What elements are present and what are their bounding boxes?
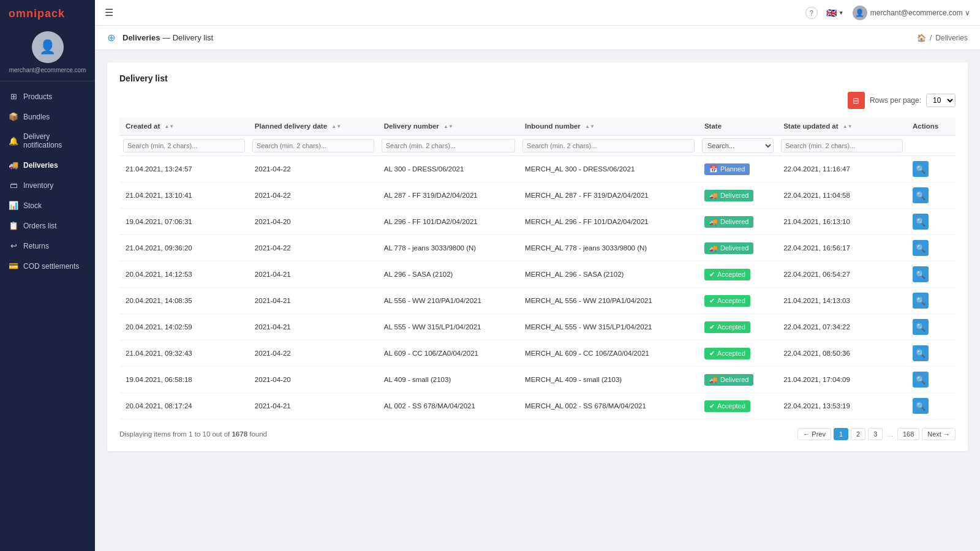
cell-state-updated-at: 22.04.2021, 08:50:36 [777, 340, 907, 367]
sort-arrows-planned-date[interactable]: ▲▼ [331, 124, 341, 129]
cell-created-at: 21.04.2021, 13:10:41 [119, 182, 249, 209]
filter-bar: ⊟ Rows per page: 10 25 50 [119, 92, 956, 109]
search-actions-cell [907, 135, 956, 156]
search-inbound-number-cell [519, 135, 698, 156]
pagination-bar: Displaying items from 1 to 10 out of 167… [119, 419, 956, 440]
cell-state: ✔ Accepted [698, 314, 777, 340]
search-delivery-number-cell [378, 135, 519, 156]
sidebar-item-label-deliveries: Deliveries [23, 161, 58, 170]
cell-delivery-number: AL 409 - small (2103) [378, 367, 519, 393]
sidebar-item-delivery-notifications[interactable]: 🔔 Delivery notifications [0, 127, 95, 155]
search-planned-date-cell [249, 135, 378, 156]
breadcrumb: 🏠 / Deliveries [917, 34, 968, 42]
user-email-label: merchant@ecommerce.com ∨ [870, 9, 970, 17]
cell-created-at: 20.04.2021, 14:08:35 [119, 288, 249, 314]
search-state-select[interactable]: Search... Planned Delivered Accepted [702, 138, 774, 153]
search-state-updated[interactable] [781, 139, 903, 152]
table-search-row: Search... Planned Delivered Accepted [119, 135, 956, 156]
view-button[interactable]: 🔍 [913, 240, 929, 256]
view-button[interactable]: 🔍 [913, 319, 929, 335]
view-button[interactable]: 🔍 [913, 187, 929, 203]
view-button[interactable]: 🔍 [913, 398, 929, 414]
state-icon: 🚚 [709, 192, 718, 200]
state-badge: 🚚 Delivered [704, 374, 753, 386]
sidebar-item-stock[interactable]: 📊 Stock [0, 195, 95, 216]
cell-actions: 🔍 [907, 182, 956, 209]
view-button[interactable]: 🔍 [913, 372, 929, 388]
cell-state-updated-at: 21.04.2021, 14:13:03 [777, 288, 907, 314]
col-actions: Actions [907, 118, 956, 135]
prev-page-button[interactable]: ← Prev [797, 428, 831, 440]
sidebar-item-deliveries[interactable]: 🚚 Deliveries [0, 155, 95, 175]
sort-arrows-created-at[interactable]: ▲▼ [164, 124, 174, 129]
cell-inbound-number: MERCH_AL 296 - SASA (2102) [519, 261, 698, 288]
hamburger-icon[interactable]: ☰ [105, 7, 113, 18]
cell-delivery-number: AL 002 - SS 678/MA/04/2021 [378, 393, 519, 419]
sidebar-item-label-products: Products [23, 92, 52, 101]
user-avatar-small: 👤 [853, 6, 867, 20]
table-row: 20.04.2021, 14:08:35 2021-04-21 AL 556 -… [119, 288, 956, 314]
sidebar-item-inventory[interactable]: 🗃 Inventory [0, 175, 95, 195]
search-icon: 🔍 [916, 375, 925, 384]
search-icon: 🔍 [916, 402, 925, 411]
cell-inbound-number: MERCH_AL 609 - CC 106/ZA0/04/2021 [519, 340, 698, 367]
sort-arrows-delivery-number[interactable]: ▲▼ [443, 124, 453, 129]
view-button[interactable]: 🔍 [913, 161, 929, 177]
sidebar-item-returns[interactable]: ↩ Returns [0, 236, 95, 256]
sidebar-item-orders-list[interactable]: 📋 Orders list [0, 216, 95, 236]
search-planned-date[interactable] [252, 139, 374, 152]
col-created-at: Created at ▲▼ [119, 118, 249, 135]
user-menu[interactable]: 👤 merchant@ecommerce.com ∨ [853, 6, 970, 20]
page-3-button[interactable]: 3 [868, 428, 883, 440]
view-button[interactable]: 🔍 [913, 345, 929, 361]
bundles-icon: 📦 [9, 112, 18, 121]
cell-inbound-number: MERCH_AL 287 - FF 319/DA2/04/2021 [519, 182, 698, 209]
page-1-button[interactable]: 1 [834, 428, 848, 440]
cell-delivery-number: AL 296 - SASA (2102) [378, 261, 519, 288]
rows-per-page-select[interactable]: 10 25 50 [926, 94, 956, 107]
search-inbound-number[interactable] [522, 139, 695, 152]
page-2-button[interactable]: 2 [851, 428, 865, 440]
view-button[interactable]: 🔍 [913, 266, 929, 282]
sidebar-item-label-returns: Returns [23, 242, 49, 250]
deliveries-icon: 🚚 [9, 160, 18, 170]
cell-actions: 🔍 [907, 288, 956, 314]
view-button[interactable]: 🔍 [913, 293, 929, 309]
sidebar-nav: ⊞ Products 📦 Bundles 🔔 Delivery notifica… [0, 81, 95, 551]
next-page-button[interactable]: Next → [922, 428, 956, 440]
page-168-button[interactable]: 168 [897, 428, 919, 440]
topbar: ☰ ? 🇬🇧 ▼ 👤 merchant@ecommerce.com ∨ [95, 0, 980, 26]
cell-state-updated-at: 21.04.2021, 16:13:10 [777, 209, 907, 235]
returns-icon: ↩ [9, 241, 18, 250]
state-icon: 📅 [709, 165, 718, 173]
home-icon[interactable]: 🏠 [917, 34, 926, 42]
sort-arrows-inbound-number[interactable]: ▲▼ [585, 124, 595, 129]
cell-planned-date: 2021-04-21 [249, 393, 378, 419]
cell-state: 🚚 Delivered [698, 367, 777, 393]
cell-created-at: 21.04.2021, 09:32:43 [119, 340, 249, 367]
cell-inbound-number: MERCH_AL 556 - WW 210/PA1/04/2021 [519, 288, 698, 314]
sidebar-item-products[interactable]: ⊞ Products [0, 86, 95, 107]
breadcrumb-sep: / [930, 34, 932, 42]
search-created-at[interactable] [123, 139, 245, 152]
sidebar-item-bundles[interactable]: 📦 Bundles [0, 107, 95, 127]
cell-created-at: 21.04.2021, 13:24:57 [119, 156, 249, 182]
col-delivery-number: Delivery number ▲▼ [378, 118, 519, 135]
filter-icon: ⊟ [853, 96, 859, 105]
products-icon: ⊞ [9, 92, 18, 101]
cell-delivery-number: AL 287 - FF 319/DA2/04/2021 [378, 182, 519, 209]
sidebar-item-label-inventory: Inventory [23, 181, 53, 190]
cell-inbound-number: MERCH_AL 409 - small (2103) [519, 367, 698, 393]
search-icon: 🔍 [916, 244, 925, 253]
content: Delivery list ⊟ Rows per page: 10 25 50 [95, 50, 980, 551]
cell-actions: 🔍 [907, 235, 956, 261]
sort-arrows-state-updated[interactable]: ▲▼ [843, 124, 853, 129]
language-selector[interactable]: 🇬🇧 ▼ [826, 8, 844, 18]
search-delivery-number[interactable] [382, 139, 515, 152]
filter-button[interactable]: ⊟ [848, 92, 865, 109]
sidebar-item-cod-settlements[interactable]: 💳 COD settlements [0, 256, 95, 276]
view-button[interactable]: 🔍 [913, 214, 929, 230]
col-state-updated-at: State updated at ▲▼ [777, 118, 907, 135]
cell-delivery-number: AL 296 - FF 101/DA2/04/2021 [378, 209, 519, 235]
help-icon[interactable]: ? [805, 7, 818, 19]
